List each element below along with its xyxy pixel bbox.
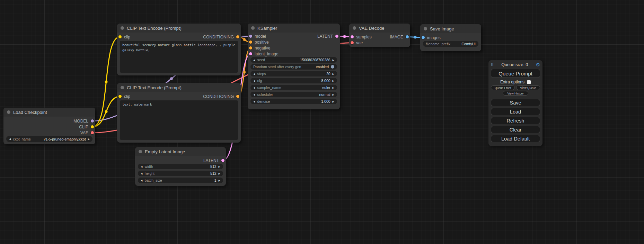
drag-handle-icon[interactable]: ⠿ (491, 63, 494, 67)
widget-name: seed (257, 58, 265, 62)
node-title-bar[interactable]: Save Image (420, 24, 481, 33)
settings-gear-icon[interactable]: ⚙ (536, 62, 540, 67)
widget-cfg[interactable]: ◀ cfg 8.000 ▶ (250, 78, 337, 83)
node-title-bar[interactable]: KSampler (248, 24, 340, 33)
decrement-arrow-icon[interactable]: ◀ (9, 138, 11, 140)
node-title-bar[interactable]: Load Checkpoint (3, 108, 95, 117)
latent-port[interactable] (335, 35, 338, 38)
comfyui-node-canvas[interactable]: Load Checkpoint MODEL CLIP VAE ◀ ckpt_na… (0, 0, 644, 244)
node-clip-text-encode-negative[interactable]: CLIP Text Encode (Prompt) clip CONDITION… (117, 83, 241, 143)
output-slot-image: IMAGE (390, 34, 409, 40)
widget-sampler-name[interactable]: ◀ sampler_name euler ▶ (250, 85, 337, 90)
slot-label: LATENT (203, 158, 219, 163)
widget-width[interactable]: ◀ width 512 ▶ (138, 164, 223, 169)
widget-batch-size[interactable]: ◀ batch_size 1 ▶ (138, 178, 223, 183)
decrement-arrow-icon[interactable]: ◀ (253, 87, 255, 89)
input-slot-samples: samples (351, 34, 372, 40)
latent-port[interactable] (221, 159, 224, 162)
slot-label: MODEL (73, 119, 88, 124)
node-title-bar[interactable]: VAE Decode (349, 24, 410, 33)
collapse-dot-icon[interactable] (139, 150, 142, 153)
model-port[interactable] (91, 119, 94, 123)
clip-port[interactable] (118, 35, 122, 38)
latent-port[interactable] (249, 52, 252, 55)
decrement-arrow-icon[interactable]: ◀ (141, 165, 142, 168)
increment-arrow-icon[interactable]: ▶ (333, 73, 334, 75)
widget-name: filename_prefix (426, 42, 450, 46)
vae-port[interactable] (351, 41, 354, 44)
link-midpoint-dot (343, 35, 346, 38)
clip-port[interactable] (91, 125, 94, 128)
queue-prompt-button[interactable]: Queue Prompt (491, 69, 540, 78)
collapse-dot-icon[interactable] (353, 26, 356, 30)
collapse-dot-icon[interactable] (424, 27, 427, 30)
conditioning-port[interactable] (236, 95, 239, 98)
increment-arrow-icon[interactable]: ▶ (333, 87, 334, 89)
negative-prompt-textarea[interactable]: text, watermark (120, 100, 238, 140)
clear-button[interactable]: Clear (491, 126, 540, 133)
save-button[interactable]: Save (491, 99, 540, 106)
load-button[interactable]: Load (491, 108, 540, 115)
decrement-arrow-icon[interactable]: ◀ (141, 172, 142, 175)
slot-label: vae (356, 40, 363, 45)
collapse-dot-icon[interactable] (121, 86, 124, 89)
conditioning-port[interactable] (249, 46, 252, 49)
conditioning-port[interactable] (249, 40, 252, 44)
queue-front-button[interactable]: Queue Front (491, 85, 515, 90)
queue-small-buttons: Queue Front View Queue (491, 85, 540, 90)
clip-port[interactable] (118, 95, 122, 98)
widget-value: normal (319, 92, 330, 97)
view-queue-button[interactable]: View Queue (516, 85, 540, 90)
node-title-bar[interactable]: CLIP Text Encode (Prompt) (117, 24, 241, 33)
decrement-arrow-icon[interactable]: ◀ (253, 80, 255, 82)
decrement-arrow-icon[interactable]: ◀ (253, 100, 255, 103)
increment-arrow-icon[interactable]: ▶ (333, 59, 334, 61)
increment-arrow-icon[interactable]: ▶ (333, 93, 334, 96)
node-title-bar[interactable]: Empty Latent Image (135, 147, 226, 156)
node-empty-latent-image[interactable]: Empty Latent Image LATENT ◀ width 512 ▶ … (135, 147, 226, 186)
toggle-on-indicator-icon[interactable] (331, 65, 334, 69)
decrement-arrow-icon[interactable]: ◀ (253, 93, 255, 96)
collapse-dot-icon[interactable] (121, 26, 124, 30)
widget-name: sampler_name (257, 85, 281, 90)
decrement-arrow-icon[interactable]: ◀ (253, 59, 255, 61)
extra-options-checkbox[interactable] (527, 80, 531, 84)
model-port[interactable] (249, 35, 252, 38)
collapse-dot-icon[interactable] (251, 26, 255, 30)
node-load-checkpoint[interactable]: Load Checkpoint MODEL CLIP VAE ◀ ckpt_na… (3, 108, 95, 144)
widget-filename-prefix[interactable]: filename_prefix ComfyUI (423, 41, 478, 47)
increment-arrow-icon[interactable]: ▶ (88, 138, 90, 140)
increment-arrow-icon[interactable]: ▶ (219, 179, 220, 182)
widget-seed[interactable]: ◀ seed 156680208700286 ▶ (250, 57, 337, 63)
node-vae-decode[interactable]: VAE Decode samples vae IMAGE (349, 24, 410, 47)
node-title-bar[interactable]: CLIP Text Encode (Prompt) (117, 83, 241, 92)
increment-arrow-icon[interactable]: ▶ (219, 165, 220, 168)
input-slot-latent-image: latent_image (249, 51, 279, 57)
conditioning-port[interactable] (236, 35, 239, 38)
decrement-arrow-icon[interactable]: ◀ (141, 179, 142, 182)
view-history-button[interactable]: View History (503, 91, 528, 96)
widget-steps[interactable]: ◀ steps 20 ▶ (250, 71, 337, 76)
node-save-image[interactable]: Save Image images filename_prefix ComfyU… (420, 24, 481, 51)
image-port[interactable] (422, 36, 425, 39)
widget-denoise[interactable]: ◀ denoise 1.000 ▶ (250, 99, 337, 104)
image-port[interactable] (406, 35, 409, 38)
positive-prompt-textarea[interactable]: beautiful scenery nature glass bottle la… (120, 41, 238, 73)
widget-random-seed-toggle[interactable]: Random seed after every gen enabled (250, 64, 337, 70)
increment-arrow-icon[interactable]: ▶ (219, 172, 220, 175)
widget-ckpt-name[interactable]: ◀ ckpt_name v1-5-pruned-emaonly.ckpt ▶ (6, 136, 92, 142)
widget-scheduler[interactable]: ◀ scheduler normal ▶ (250, 92, 337, 97)
increment-arrow-icon[interactable]: ▶ (333, 100, 334, 103)
load-default-button[interactable]: Load Default (491, 135, 540, 142)
vae-port[interactable] (91, 131, 94, 134)
decrement-arrow-icon[interactable]: ◀ (253, 73, 255, 75)
widget-height[interactable]: ◀ height 512 ▶ (138, 171, 223, 176)
collapse-dot-icon[interactable] (7, 110, 10, 114)
increment-arrow-icon[interactable]: ▶ (333, 80, 334, 82)
node-clip-text-encode-positive[interactable]: CLIP Text Encode (Prompt) clip CONDITION… (117, 24, 241, 75)
latent-port[interactable] (351, 35, 354, 38)
node-ksampler[interactable]: KSampler model positive negative latent_… (248, 24, 340, 109)
refresh-button[interactable]: Refresh (491, 117, 540, 124)
widget-value: euler (322, 85, 330, 90)
output-slot-model: MODEL (73, 118, 94, 124)
